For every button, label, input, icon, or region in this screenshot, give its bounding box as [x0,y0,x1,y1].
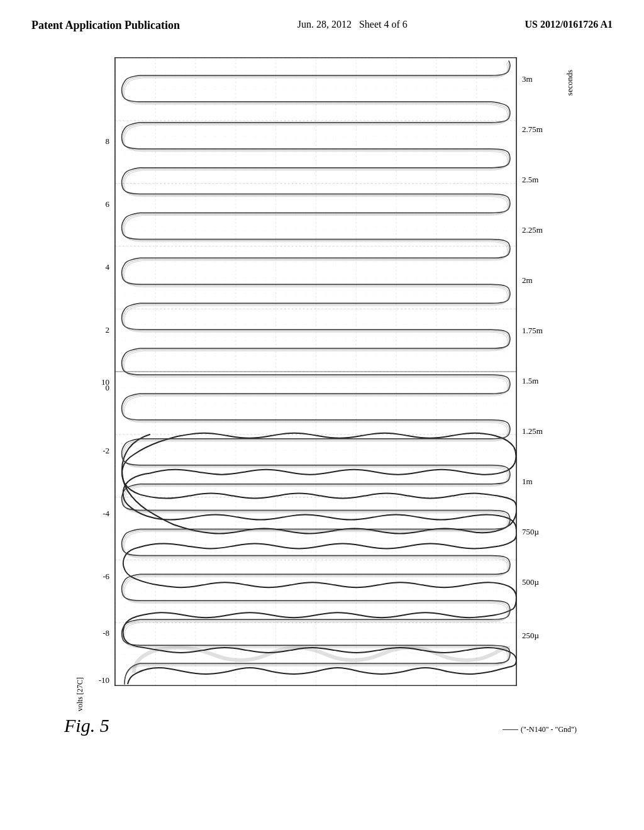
time-axis: seconds 3m 2.75m 2.5m 2.25m 2m 1.75m 1.5… [519,57,576,686]
time-label-125m: 1.25m [522,426,543,436]
y-label-neg2: -2 [103,446,109,456]
y-label-4: 4 [106,262,110,272]
legend-label: ("-N140" - "Gnd") [521,725,577,734]
y-axis: 10 8 6 4 2 0 -2 -4 -6 -8 -10 [64,57,114,686]
sheet-info: Jun. 28, 2012 Sheet 4 of 6 [297,19,408,30]
chart-area: // This won't execute in SVG context, us… [114,57,517,686]
waveform-chart: // This won't execute in SVG context, us… [115,58,516,685]
publication-date: Jun. 28, 2012 [297,19,352,30]
y-label-6: 6 [106,199,110,209]
y-label-2: 2 [106,325,110,335]
time-label-2m: 2m [522,275,533,285]
legend: ("-N140" - "Gnd") [502,725,577,736]
time-label-275m: 2.75m [522,124,543,135]
time-label-3m: 3m [522,74,533,84]
publication-title: Patent Application Publication [31,19,180,32]
time-label-500u: 500µ [522,577,539,587]
time-label-250u: 250µ [522,631,539,641]
legend-item: ("-N140" - "Gnd") [502,725,577,734]
y-label-neg4: -4 [103,509,109,519]
time-label-175m: 1.75m [522,326,543,336]
page-header: Patent Application Publication Jun. 28, … [0,0,644,38]
patent-number: US 2012/0161726 A1 [525,19,613,30]
time-label-225m: 2.25m [522,225,543,235]
y-label-neg10: -10 [99,675,109,685]
y-axis-title: volts [27C] [75,677,85,711]
y-label-8: 8 [106,136,110,147]
y-label-neg8: -8 [103,628,109,638]
time-label-750u: 750µ [522,527,539,537]
time-label-15m: 1.5m [522,376,538,386]
legend-line [502,729,518,731]
y-label-neg6: -6 [103,572,109,582]
figure-label: Fig. 5 [64,715,109,736]
y-label-10: 10 [101,377,109,830]
y-label-0: 0 [106,383,110,393]
figure-container: 10 8 6 4 2 0 -2 -4 -6 -8 -10 [64,51,580,768]
time-label-25m: 2.5m [522,175,538,185]
time-axis-title: seconds [565,70,575,96]
time-label-1m: 1m [522,477,533,487]
sheet-number: Sheet 4 of 6 [359,19,408,30]
